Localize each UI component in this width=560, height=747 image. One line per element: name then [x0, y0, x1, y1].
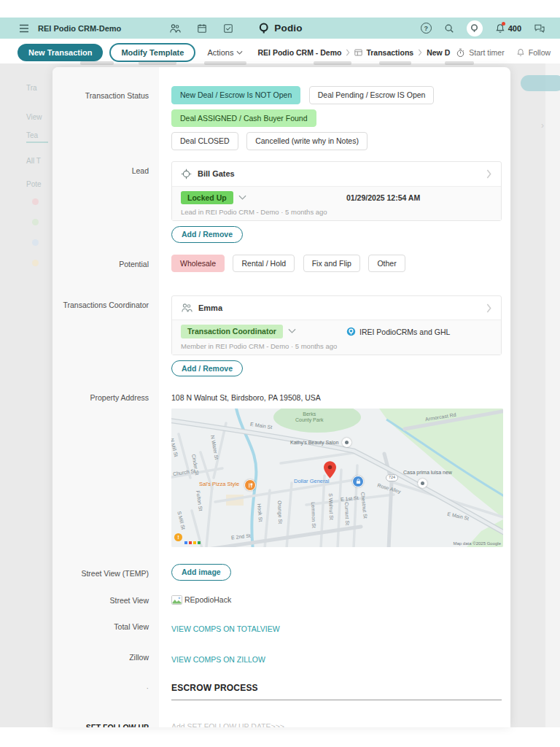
user-avatar[interactable]: [467, 20, 483, 36]
row-lead: Lead Bill Gates Locked Up: [52, 161, 510, 243]
search-icon[interactable]: [444, 23, 454, 34]
map-label-poi: Kathy's Beauty Salon: [290, 440, 338, 446]
google-logo-fragment: [193, 541, 196, 544]
help-icon[interactable]: ?: [421, 23, 432, 34]
potential-option-rental[interactable]: Rental / Hold: [233, 255, 295, 273]
dimmed-bg-fragment: [139, 61, 176, 65]
totalview-comps-link[interactable]: VIEW COMPS ON TOTALVIEW: [171, 624, 280, 633]
row-follow-up-date: SET FOLLOW UP DATE>>> Add SET FOLLOW UP …: [52, 722, 510, 727]
field-label: Transactions Coordinator: [52, 295, 159, 376]
dimmed-bg-fragment: [314, 61, 351, 65]
workspace-title[interactable]: REI Podio CRM-Demo: [38, 24, 121, 33]
coordinator-card[interactable]: Emma Transaction Coordinator: [171, 295, 502, 355]
people-icon: [181, 303, 192, 313]
hamburger-menu-icon[interactable]: [19, 24, 29, 33]
lead-name: Bill Gates: [198, 169, 235, 178]
potential-option-other[interactable]: Other: [368, 255, 405, 273]
dimmed-sidebar-item: Tra: [26, 84, 37, 92]
field-label: SET FOLLOW UP DATE>>>: [52, 722, 159, 727]
new-transaction-button[interactable]: New Transaction: [18, 44, 103, 61]
contacts-icon[interactable]: [169, 23, 181, 34]
chevron-down-icon[interactable]: [288, 328, 296, 334]
google-logo-fragment: [184, 541, 187, 544]
row-transaction-status: Transaction Status New Deal / Escrow Is …: [52, 86, 510, 155]
row-street-view: Street View REpodioHack: [52, 595, 510, 605]
chat-icon[interactable]: [534, 23, 545, 34]
app-grid-icon: [354, 49, 362, 56]
street-view-broken-image[interactable]: REpodioHack: [171, 595, 502, 605]
row-zillow: Zillow VIEW COMPS ON ZILLOW: [52, 652, 510, 665]
dimmed-pill-button: [521, 75, 560, 91]
map-label-poi: Sal's Pizza Style: [199, 481, 239, 488]
property-map[interactable]: Berks County Park E Main St Armorcast Rd…: [171, 409, 503, 547]
follow-up-date-input[interactable]: Add SET FOLLOW UP DATE>>>...: [171, 722, 502, 727]
field-label: Transaction Status: [52, 86, 159, 155]
breadcrumb-item: New D: [427, 48, 450, 57]
timer-icon: [456, 48, 465, 58]
status-option-deal-closed[interactable]: Deal CLOSED: [171, 132, 238, 150]
row-street-view-temp: Street View (TEMP) Add image: [52, 564, 510, 581]
property-address-value: 108 N Walnut St, Birdsboro, PA 19508, US…: [171, 392, 502, 402]
actions-label: Actions: [207, 48, 233, 57]
top-navbar: REI Podio CRM-Demo Podio ?: [0, 18, 560, 39]
map-label-park: Berks County Park: [295, 411, 324, 423]
notification-count: 400: [508, 24, 521, 33]
row-escrow-section: · ESCROW PROCESS: [52, 683, 510, 700]
dimmed-bg-fragment: [80, 61, 114, 65]
coordinator-org-label: IREI PodioCRMs and GHL: [359, 328, 450, 336]
follow-button[interactable]: Follow: [516, 48, 551, 57]
map-red-pin[interactable]: [324, 461, 336, 479]
chevron-right-icon[interactable]: [486, 169, 492, 179]
coordinator-org: IREI PodioCRMs and GHL: [346, 327, 450, 336]
add-image-button[interactable]: Add image: [171, 564, 231, 581]
coordinator-meta: Member in REI Podio CRM - Demo · 5 month…: [181, 342, 492, 350]
coordinator-add-remove-button[interactable]: Add / Remove: [171, 360, 243, 377]
modify-template-button[interactable]: Modify Template: [109, 43, 195, 62]
notifications-bell[interactable]: 400: [495, 23, 521, 34]
field-label: Lead: [52, 161, 159, 243]
lead-card[interactable]: Bill Gates Locked Up 01/29/2025 12:54 AM…: [171, 161, 502, 222]
tasks-icon[interactable]: [223, 23, 233, 34]
breadcrumb-workspace[interactable]: REI Podio CRM - Demo: [257, 48, 341, 57]
chevron-right-icon[interactable]: [486, 303, 492, 313]
lead-status-badge[interactable]: Locked Up: [181, 191, 233, 205]
dimmed-status-dot: [32, 260, 39, 266]
podio-logo[interactable]: Podio: [257, 22, 303, 34]
row-coordinator: Transactions Coordinator Emma Transactio…: [52, 295, 510, 376]
coordinator-role-badge[interactable]: Transaction Coordinator: [181, 325, 283, 338]
breadcrumb-app[interactable]: Transactions: [366, 48, 413, 57]
breadcrumb: REI Podio CRM - Demo Transactions New D: [257, 48, 450, 57]
dimmed-status-dot: [32, 239, 39, 246]
navbar-left: REI Podio CRM-Demo: [0, 23, 233, 34]
dimmed-bg-fragment: [204, 61, 246, 65]
status-option-new-deal[interactable]: New Deal / Escrow Is NOT Open: [171, 86, 300, 104]
zillow-comps-link[interactable]: VIEW COMPS ON ZILLOW: [171, 655, 265, 664]
lead-add-remove-button[interactable]: Add / Remove: [171, 226, 243, 243]
calendar-icon[interactable]: [197, 23, 207, 34]
dimmed-status-dot: [32, 198, 39, 205]
screen: REI Podio CRM-Demo Podio ?: [0, 0, 560, 747]
item-toolbar: New Transaction Modify Template Actions …: [0, 42, 560, 63]
potential-option-wholesale[interactable]: Wholesale: [171, 255, 225, 273]
start-timer-button[interactable]: Start timer: [456, 48, 504, 58]
coordinator-name: Emma: [198, 303, 222, 312]
scrollbar-track[interactable]: [545, 63, 560, 727]
actions-dropdown[interactable]: Actions: [207, 48, 243, 57]
chevron-right-icon: [417, 49, 423, 56]
map-label-poi: Casa prima luisa new: [403, 470, 452, 476]
dimmed-sidebar-item: All T: [26, 157, 41, 165]
dimmed-sidebar-item: Pote: [26, 180, 42, 188]
dimmed-sidebar-item: Tea: [26, 131, 38, 139]
status-option-cancelled[interactable]: Cancelled (write why in Notes): [246, 132, 368, 150]
chevron-down-icon[interactable]: [238, 195, 246, 201]
status-option-deal-pending[interactable]: Deal Pending / Escrow IS Open: [309, 86, 435, 104]
map-label-road: S Walnut St: [327, 493, 334, 520]
street-view-alt-text: REpodioHack: [184, 595, 231, 604]
map-label-poi: Dollar General: [294, 479, 329, 485]
status-option-deal-assigned[interactable]: Deal ASSIGNED / Cash Buyer Found: [171, 109, 316, 128]
lead-meta: Lead in REI Podio CRM - Demo · 5 months …: [181, 208, 492, 216]
field-label: Zillow: [52, 652, 159, 665]
map-route-badge: 724: [386, 474, 398, 481]
potential-option-fix-flip[interactable]: Fix and Flip: [303, 255, 360, 273]
field-label: Street View: [52, 595, 159, 605]
